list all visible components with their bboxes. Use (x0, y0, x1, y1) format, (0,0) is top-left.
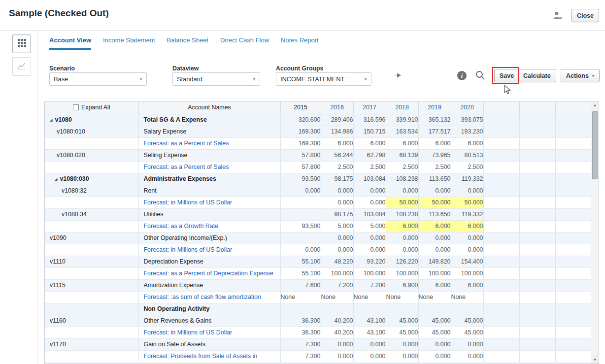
account-id-cell[interactable]: v1090 (45, 232, 138, 244)
value-cell[interactable]: 6.000 (386, 137, 418, 149)
value-cell[interactable]: 2.500 (321, 161, 353, 173)
value-cell[interactable]: 6.000 (451, 220, 483, 232)
value-cell[interactable]: 6.000 (418, 279, 451, 291)
value-cell[interactable]: 193.230 (451, 126, 483, 137)
scroll-up-icon[interactable]: ▲ (591, 101, 599, 109)
account-id-cell[interactable]: v1080:010 (45, 126, 138, 137)
value-cell[interactable]: 62.798 (353, 149, 386, 161)
forward-arrow-icon[interactable] (392, 71, 403, 82)
value-cell[interactable]: 316.596 (353, 114, 386, 126)
account-id-cell[interactable]: ◢v1080 (45, 114, 138, 126)
forecast-method-link[interactable]: Forecast: in Millions of US Dollar (138, 197, 280, 208)
expand-all-checkbox[interactable] (73, 104, 79, 110)
value-cell[interactable]: 7.300 (280, 350, 321, 362)
value-cell[interactable] (280, 208, 321, 220)
value-cell[interactable]: 108.238 (386, 173, 418, 185)
scroll-down-icon[interactable]: ▼ (591, 356, 599, 364)
value-cell[interactable]: 177.517 (418, 126, 451, 137)
value-cell[interactable]: 100.000 (386, 267, 418, 279)
value-cell[interactable]: 93.220 (353, 256, 386, 267)
value-cell[interactable]: 45.000 (386, 315, 418, 327)
dataview-dropdown[interactable]: Standard ▾ (172, 72, 260, 86)
value-cell[interactable]: 7.600 (280, 279, 321, 291)
value-cell[interactable]: 0.000 (353, 350, 386, 362)
year-column-header[interactable]: 2015 (280, 101, 321, 114)
value-cell[interactable]: 100.000 (451, 267, 483, 279)
value-cell[interactable]: 68.139 (386, 149, 418, 161)
value-cell[interactable]: 0.000 (353, 232, 386, 244)
forecast-method-link[interactable]: Forecast: as a Percent of Sales (138, 161, 280, 173)
forecast-method-link[interactable]: Forecast: :as sum of cash flow amortizat… (138, 291, 280, 303)
value-cell[interactable]: None (386, 291, 418, 303)
value-cell[interactable]: 6.000 (353, 137, 386, 149)
value-cell[interactable]: 2.500 (418, 161, 451, 173)
value-cell[interactable]: 0.000 (353, 338, 386, 350)
value-cell[interactable]: 2.500 (451, 161, 483, 173)
value-cell[interactable] (386, 303, 418, 315)
value-cell[interactable]: 103.084 (353, 173, 386, 185)
value-cell[interactable]: 40.200 (321, 315, 353, 327)
tab-notes-report[interactable]: Notes Report (281, 36, 319, 50)
value-cell[interactable]: 0.000 (386, 338, 418, 350)
value-cell[interactable]: 6.000 (451, 137, 483, 149)
value-cell[interactable]: 100.000 (321, 267, 353, 279)
value-cell[interactable] (451, 303, 483, 315)
value-cell[interactable]: 55.100 (280, 256, 321, 267)
grid-view-button[interactable] (12, 34, 31, 53)
value-cell[interactable]: 6.000 (386, 220, 418, 232)
value-cell[interactable]: 0.000 (321, 244, 353, 256)
value-cell[interactable]: 6.000 (451, 279, 483, 291)
save-button[interactable]: Save (494, 69, 519, 82)
value-cell[interactable]: 0.000 (321, 232, 353, 244)
value-cell[interactable]: 43.100 (353, 327, 386, 338)
value-cell[interactable]: 169.300 (280, 126, 321, 137)
value-cell[interactable]: 154.400 (451, 256, 483, 267)
value-cell[interactable]: 119.332 (451, 173, 483, 185)
account-id-cell[interactable]: v1080:020 (45, 149, 138, 161)
value-cell[interactable]: 40.200 (321, 327, 353, 338)
value-cell[interactable]: 36.300 (280, 327, 321, 338)
tab-direct-cash-flow[interactable]: Direct Cash Flow (220, 36, 269, 50)
value-cell[interactable]: 0.000 (418, 244, 451, 256)
value-cell[interactable]: 0.000 (418, 350, 451, 362)
value-cell[interactable]: 45.000 (386, 327, 418, 338)
value-cell[interactable]: 113.650 (418, 208, 451, 220)
value-cell[interactable]: 80.513 (451, 149, 483, 161)
user-icon[interactable] (552, 10, 563, 21)
scrollbar-thumb[interactable] (592, 111, 598, 179)
forecast-method-link[interactable]: Forecast: Proceeds from Sale of Assets i… (138, 350, 280, 362)
value-cell[interactable]: 149.820 (418, 256, 451, 267)
value-cell[interactable] (280, 303, 321, 315)
value-cell[interactable] (353, 303, 386, 315)
value-cell[interactable]: 289.406 (321, 114, 353, 126)
forecast-method-link[interactable]: Forecast: in Millions of US Dollar (138, 244, 280, 256)
forecast-method-link[interactable]: Forecast: as a Growth Rate (138, 220, 280, 232)
account-id-cell[interactable]: v1080:32 (45, 185, 138, 197)
value-cell[interactable]: 50.000 (451, 197, 483, 208)
value-cell[interactable]: 100.000 (353, 267, 386, 279)
value-cell[interactable]: 7.300 (280, 338, 321, 350)
value-cell[interactable]: 0.000 (418, 185, 451, 197)
account-id-cell[interactable]: v1115 (45, 279, 138, 291)
account-groups-dropdown[interactable]: INCOME STATEMENT ▾ (276, 72, 371, 86)
expand-toggle-icon[interactable]: ◢ (50, 118, 52, 122)
value-cell[interactable]: 0.000 (321, 350, 353, 362)
value-cell[interactable]: 0.000 (280, 185, 321, 197)
value-cell[interactable]: 103.084 (353, 208, 386, 220)
value-cell[interactable]: 0.000 (451, 232, 483, 244)
value-cell[interactable]: 2.500 (386, 161, 418, 173)
value-cell[interactable]: 0.000 (386, 350, 418, 362)
value-cell[interactable]: None (418, 291, 451, 303)
info-icon[interactable]: i (457, 71, 467, 80)
value-cell[interactable]: 0.000 (353, 197, 386, 208)
value-cell[interactable]: 55.100 (280, 267, 321, 279)
year-column-header[interactable]: 2020 (451, 101, 483, 114)
value-cell[interactable] (418, 303, 451, 315)
value-cell[interactable]: 0.000 (321, 197, 353, 208)
value-cell[interactable]: 169.300 (280, 137, 321, 149)
value-cell[interactable]: 0.000 (386, 244, 418, 256)
value-cell[interactable]: None (451, 291, 483, 303)
value-cell[interactable]: 6.000 (321, 137, 353, 149)
value-cell[interactable]: 100.000 (418, 267, 451, 279)
chart-view-button[interactable] (12, 57, 31, 76)
